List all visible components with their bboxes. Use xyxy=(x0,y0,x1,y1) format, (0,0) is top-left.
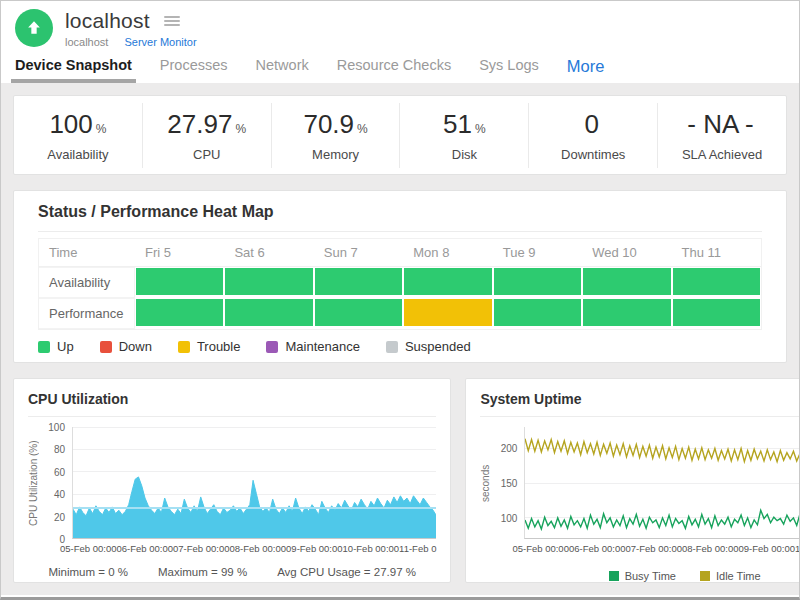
y-axis-label: seconds xyxy=(480,427,494,539)
tab-more[interactable]: More xyxy=(567,57,605,83)
x-tick-label: 08-Feb 00:00 xyxy=(682,543,739,554)
cpu-stats-footer: Minimum = 0 % Maximum = 99 % Avg CPU Usa… xyxy=(28,566,436,578)
heatmap-column-header: Wed 10 xyxy=(582,239,671,267)
y-tick-label: 80 xyxy=(54,444,65,455)
system-uptime-plot xyxy=(524,427,800,539)
up-arrow-icon xyxy=(24,18,44,38)
legend-label: Down xyxy=(119,339,152,354)
device-status-icon xyxy=(15,9,53,47)
heatmap-cell-up[interactable] xyxy=(404,268,491,295)
down-swatch-icon xyxy=(100,341,112,353)
x-tick-label: 09-Feb 00:00 xyxy=(286,543,343,554)
heatmap-column-header: Fri 5 xyxy=(135,239,224,267)
heatmap-cell-up[interactable] xyxy=(136,268,223,295)
tab-resource-checks[interactable]: Resource Checks xyxy=(337,57,451,83)
cpu-minimum: Minimum = 0 % xyxy=(48,566,128,578)
legend-item-up: Up xyxy=(38,339,74,354)
heatmap-cell-trouble[interactable] xyxy=(404,299,491,326)
legend-label: Maintenance xyxy=(285,339,359,354)
stat-label: CPU xyxy=(143,147,271,162)
stat-label: Availability xyxy=(14,147,142,162)
header: localhost localhost Server Monitor xyxy=(1,1,799,48)
breadcrumb-device: localhost xyxy=(65,36,108,48)
heatmap-title: Status / Performance Heat Map xyxy=(38,203,762,232)
chart-title: System Uptime xyxy=(480,391,800,417)
summary-stats-card: 100% Availability 27.97% CPU 70.9% Memor… xyxy=(13,95,787,175)
heatmap-cell-up[interactable] xyxy=(136,299,223,326)
legend-item-maintenance: Maintenance xyxy=(266,339,359,354)
x-tick-label: 07-Feb 00:00 xyxy=(173,543,230,554)
tab-network[interactable]: Network xyxy=(256,57,309,83)
stat-memory: 70.9% Memory xyxy=(272,103,401,168)
legend-label: Busy Time xyxy=(625,570,676,582)
idle-time-swatch-icon xyxy=(700,571,710,581)
heatmap-column-header: Tue 9 xyxy=(493,239,582,267)
stat-unit: % xyxy=(475,122,486,136)
x-tick-label: 06-Feb 00:00 xyxy=(117,543,174,554)
stat-label: SLA Achieved xyxy=(658,147,786,162)
tab-device-snapshot[interactable]: Device Snapshot xyxy=(15,57,132,83)
stat-unit: % xyxy=(357,122,368,136)
heatmap-cell-up[interactable] xyxy=(494,299,581,326)
y-axis-label: CPU Utilization (%) xyxy=(28,427,42,539)
system-uptime-chart-card: System Uptime seconds 100150200 05-Feb 0… xyxy=(465,378,800,583)
suspended-swatch-icon xyxy=(386,341,398,353)
tab-processes[interactable]: Processes xyxy=(160,57,228,83)
heatmap-row-label: Performance xyxy=(39,298,135,329)
heatmap-cell-up[interactable] xyxy=(315,299,402,326)
chart-title: CPU Utilization xyxy=(28,391,436,417)
legend-item-busy-time: Busy Time xyxy=(609,570,676,582)
y-tick-label: 100 xyxy=(48,422,65,433)
heatmap-cell-up[interactable] xyxy=(494,268,581,295)
legend-item-trouble: Trouble xyxy=(178,339,241,354)
cpu-maximum: Maximum = 99 % xyxy=(158,566,247,578)
trouble-swatch-icon xyxy=(178,341,190,353)
legend-item-suspended: Suspended xyxy=(386,339,471,354)
y-tick-label: 200 xyxy=(501,443,518,454)
stat-value: - NA - xyxy=(687,109,753,139)
heatmap-cell-up[interactable] xyxy=(673,299,760,326)
x-tick-label: 11-Feb 0 xyxy=(399,543,436,554)
stat-unit: % xyxy=(96,122,107,136)
page-title: localhost xyxy=(65,9,150,33)
tab-sys-logs[interactable]: Sys Logs xyxy=(479,57,539,83)
menu-icon[interactable] xyxy=(162,14,182,28)
x-tick-label: 08-Feb 00:00 xyxy=(230,543,287,554)
heatmap-table: TimeFri 5Sat 6Sun 7Mon 8Tue 9Wed 10Thu 1… xyxy=(38,238,762,330)
heatmap-cell-up[interactable] xyxy=(315,268,402,295)
app-frame: localhost localhost Server Monitor Devic… xyxy=(0,0,800,600)
busy-time-swatch-icon xyxy=(609,571,619,581)
heatmap-column-header: Thu 11 xyxy=(672,239,761,267)
heatmap-cell-up[interactable] xyxy=(225,268,312,295)
y-tick-label: 150 xyxy=(501,478,518,489)
main-content: 100% Availability 27.97% CPU 70.9% Memor… xyxy=(1,83,799,595)
legend-label: Suspended xyxy=(405,339,471,354)
x-tick-label: 05-Feb 00:00 xyxy=(512,543,569,554)
legend-item-idle-time: Idle Time xyxy=(700,570,761,582)
cpu-average: Avg CPU Usage = 27.97 % xyxy=(277,566,416,578)
stat-cpu: 27.97% CPU xyxy=(143,103,272,168)
x-axis-labels: 05-Feb 00:0006-Feb 00:0007-Feb 00:0008-F… xyxy=(60,543,436,554)
y-tick-label: 40 xyxy=(54,489,65,500)
up-swatch-icon xyxy=(38,341,50,353)
y-tick-label: 60 xyxy=(54,466,65,477)
y-axis: 100150200 xyxy=(494,427,524,539)
breadcrumb-category-link[interactable]: Server Monitor xyxy=(124,36,196,48)
heatmap-card: Status / Performance Heat Map TimeFri 5S… xyxy=(13,190,787,363)
stat-value: 70.9 xyxy=(303,109,354,139)
heatmap-cell-up[interactable] xyxy=(583,299,670,326)
heatmap-cell-up[interactable] xyxy=(225,299,312,326)
x-axis-labels: 05-Feb 00:0006-Feb 00:0007-Feb 00:0008-F… xyxy=(512,543,800,554)
heatmap-cell-up[interactable] xyxy=(583,268,670,295)
heatmap-column-header: Time xyxy=(39,239,135,267)
stat-disk: 51% Disk xyxy=(400,103,529,168)
uptime-legend: Busy Time Idle Time xyxy=(480,570,800,582)
x-tick-label: 10-Feb 00:00 xyxy=(795,543,800,554)
legend-label: Idle Time xyxy=(716,570,761,582)
breadcrumb: localhost Server Monitor xyxy=(65,36,785,48)
heatmap-column-header: Sat 6 xyxy=(224,239,313,267)
stat-value: 51 xyxy=(443,109,472,139)
y-axis: 020406080100 xyxy=(42,427,72,539)
stat-label: Disk xyxy=(400,147,528,162)
heatmap-cell-up[interactable] xyxy=(673,268,760,295)
